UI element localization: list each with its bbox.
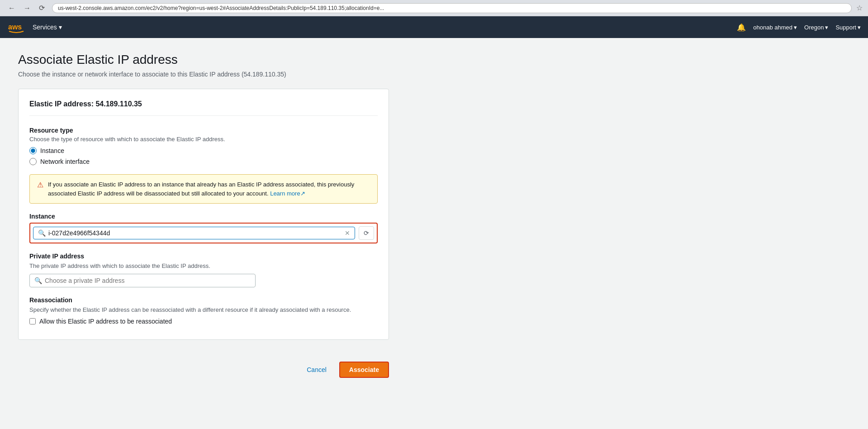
instance-clear-icon[interactable]: ✕ xyxy=(345,229,350,237)
forward-button[interactable]: → xyxy=(21,3,33,13)
region-menu[interactable]: Oregon ▾ xyxy=(804,24,828,31)
instance-search-icon: 🔍 xyxy=(38,229,46,237)
browser-bar: ← → ⟳ us-west-2.console.aws.amazon.com/e… xyxy=(0,0,868,16)
cancel-button[interactable]: Cancel xyxy=(299,362,334,377)
private-ip-input[interactable] xyxy=(45,277,251,284)
warning-text: If you associate an Elastic IP address t… xyxy=(48,180,370,198)
learn-more-link[interactable]: Learn more↗ xyxy=(270,190,305,197)
associate-button[interactable]: Associate xyxy=(339,362,389,378)
reassoc-checkbox-label: Allow this Elastic IP address to be reas… xyxy=(39,318,172,325)
navbar: aws Services ▾ 🔔 ohonab ahmed ▾ Oregon ▾… xyxy=(0,16,868,38)
reassoc-checkbox[interactable] xyxy=(29,318,36,324)
reassociation-section: Reassociation Specify whether the Elasti… xyxy=(29,296,378,325)
bell-icon[interactable]: 🔔 xyxy=(737,23,746,32)
reload-button[interactable]: ⟳ xyxy=(36,3,47,13)
network-interface-radio-option[interactable]: Network interface xyxy=(29,158,378,165)
instance-radio-option[interactable]: Instance xyxy=(29,147,378,154)
warning-icon: ⚠ xyxy=(37,181,43,198)
main-content: Associate Elastic IP address Choose the … xyxy=(0,38,407,354)
page-subtitle: Choose the instance or network interface… xyxy=(18,71,389,78)
instance-section: Instance 🔍 ✕ ⟳ xyxy=(29,213,378,243)
instance-refresh-button[interactable]: ⟳ xyxy=(359,226,374,240)
page-wrapper: Associate Elastic IP address Choose the … xyxy=(0,38,868,429)
region-chevron-icon: ▾ xyxy=(825,24,828,31)
back-button[interactable]: ← xyxy=(5,3,18,13)
browser-navigation[interactable]: ← → ⟳ xyxy=(5,3,47,13)
instance-input-row: 🔍 ✕ ⟳ xyxy=(33,226,374,240)
private-ip-desc: The private IP address with which to ass… xyxy=(29,262,378,269)
navbar-right: 🔔 ohonab ahmed ▾ Oregon ▾ Support ▾ xyxy=(737,23,861,32)
action-bar: Cancel Associate xyxy=(0,354,407,385)
aws-logo[interactable]: aws xyxy=(7,21,25,33)
private-ip-search-icon: 🔍 xyxy=(34,277,42,284)
reassoc-title: Reassociation xyxy=(29,296,378,304)
instance-search-box[interactable]: 🔍 ✕ xyxy=(33,227,355,239)
user-menu[interactable]: ohonab ahmed ▾ xyxy=(753,24,797,31)
services-chevron-icon: ▾ xyxy=(59,24,62,31)
instance-input[interactable] xyxy=(48,229,342,237)
bookmark-icon[interactable]: ☆ xyxy=(856,4,863,12)
private-ip-section: Private IP address The private IP addres… xyxy=(29,253,378,287)
resource-type-title: Resource type xyxy=(29,127,378,134)
navbar-left: aws Services ▾ xyxy=(7,21,62,33)
resource-type-desc: Choose the type of resource with which t… xyxy=(29,136,378,143)
support-menu[interactable]: Support ▾ xyxy=(835,24,861,31)
address-bar[interactable]: us-west-2.console.aws.amazon.com/ec2/v2/… xyxy=(52,3,852,13)
aws-logo-svg: aws xyxy=(7,21,25,33)
private-ip-field[interactable]: 🔍 xyxy=(29,274,256,287)
svg-text:aws: aws xyxy=(8,23,22,31)
services-menu[interactable]: Services ▾ xyxy=(33,24,62,31)
instance-field-label: Instance xyxy=(29,213,378,220)
network-interface-radio[interactable] xyxy=(29,158,37,165)
page-title: Associate Elastic IP address xyxy=(18,52,389,67)
user-chevron-icon: ▾ xyxy=(794,24,797,31)
resource-type-section: Resource type Choose the type of resourc… xyxy=(29,127,378,165)
warning-box: ⚠ If you associate an Elastic IP address… xyxy=(29,174,378,204)
instance-radio-label: Instance xyxy=(40,147,64,154)
elastic-ip-title: Elastic IP address: 54.189.110.35 xyxy=(29,100,378,116)
reassoc-checkbox-row[interactable]: Allow this Elastic IP address to be reas… xyxy=(29,318,378,325)
network-interface-radio-label: Network interface xyxy=(40,158,90,165)
services-label: Services xyxy=(33,24,57,31)
private-ip-label: Private IP address xyxy=(29,253,378,260)
support-chevron-icon: ▾ xyxy=(858,24,861,31)
instance-radio[interactable] xyxy=(29,147,37,154)
instance-field-wrapper: 🔍 ✕ ⟳ xyxy=(29,223,378,243)
form-card: Elastic IP address: 54.189.110.35 Resour… xyxy=(18,89,389,340)
reassoc-desc: Specify whether the Elastic IP address c… xyxy=(29,306,378,313)
